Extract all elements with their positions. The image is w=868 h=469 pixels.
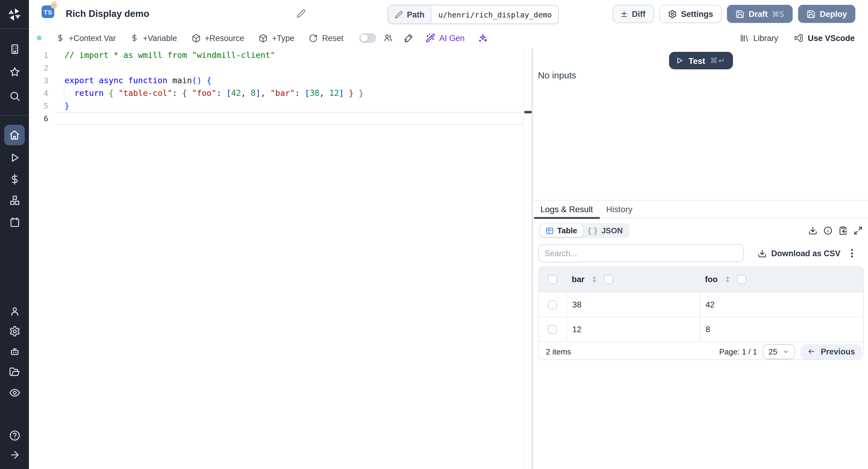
draft-shortcut: ⌘S (772, 9, 784, 19)
code-line[interactable]: 3export async function main() { (29, 74, 523, 87)
column-label-bar: bar (572, 275, 584, 284)
tab-logs-result[interactable]: Logs & Result (534, 201, 599, 218)
sidebar-item-workers[interactable] (0, 344, 29, 359)
download-csv-button[interactable]: Download as CSV (757, 249, 841, 258)
code-line[interactable]: 6 (29, 112, 523, 125)
items-count: 2 items (546, 347, 571, 356)
format-code-button[interactable] (404, 33, 413, 43)
pencil-icon (297, 9, 306, 18)
building-icon (9, 43, 20, 55)
sidebar-divider (0, 115, 29, 116)
robot-icon (9, 346, 20, 357)
windmill-script-editor: TS Rich Display demo Path u/henri/rich_d… (0, 0, 868, 469)
help-circle-icon (9, 430, 20, 441)
column-checkbox-foo[interactable] (737, 275, 746, 284)
edit-title-button[interactable] (297, 9, 306, 18)
download-icon[interactable] (808, 226, 817, 235)
sidebar-item-search[interactable] (0, 89, 29, 103)
maximize-icon[interactable] (854, 226, 863, 235)
code-line[interactable]: 2 (29, 61, 523, 74)
editor-overview-ruler[interactable] (523, 48, 532, 469)
sidebar-collapse-toggle[interactable] (0, 447, 29, 462)
row-checkbox[interactable] (548, 324, 557, 334)
sidebar-item-resources[interactable] (0, 193, 29, 207)
gear-icon (668, 9, 677, 19)
code-text: // import * as wmill from "windmill-clie… (64, 49, 275, 61)
add-resource-button[interactable]: +Resource (191, 33, 244, 42)
search-icon (9, 90, 20, 101)
search-input[interactable] (538, 244, 744, 262)
sidebar (0, 0, 29, 469)
toggle-knob (360, 34, 367, 41)
cell-bar: 12 (566, 317, 700, 341)
sort-icon[interactable] (724, 276, 731, 283)
sidebar-item-audit-logs[interactable] (0, 385, 29, 400)
table-icon (545, 226, 554, 235)
chevron-down-icon (783, 348, 789, 355)
column-header-foo: foo (700, 275, 864, 284)
code-line[interactable]: 4 return { "table-col": { "foo": [42, 8]… (29, 87, 523, 99)
reset-button[interactable]: Reset (309, 33, 344, 42)
code-line[interactable]: 5} (29, 99, 523, 112)
sidebar-item-schedules[interactable] (0, 215, 29, 229)
column-checkbox-bar[interactable] (604, 275, 613, 284)
sort-icon[interactable] (590, 276, 598, 283)
sidebar-item-users[interactable] (0, 304, 29, 318)
page-size-value: 25 (769, 347, 777, 356)
draft-button[interactable]: Draft ⌘S (727, 5, 793, 23)
sidebar-item-workspace[interactable] (0, 41, 29, 56)
diff-button[interactable]: ± Diff (612, 5, 654, 23)
sidebar-item-favorites[interactable] (0, 64, 29, 79)
library-label: Library (753, 33, 778, 42)
settings-button[interactable]: Settings (659, 5, 722, 23)
result-toolbar: Table { } JSON (538, 223, 863, 238)
cell-bar: 38 (566, 292, 700, 316)
path-field[interactable]: Path u/henri/rich_display_demo (388, 5, 559, 24)
play-icon (676, 57, 684, 64)
home-icon (9, 130, 20, 140)
sidebar-item-folders[interactable] (0, 365, 29, 379)
ai-gen-button[interactable]: AI Gen (425, 33, 464, 43)
sidebar-item-help[interactable] (0, 428, 29, 442)
more-options-button[interactable] (849, 247, 855, 260)
add-variable-button[interactable]: +Variable (130, 33, 177, 42)
row-check-cell (538, 317, 566, 341)
add-type-button[interactable]: +Type (259, 33, 294, 42)
column-header-bar: bar (566, 275, 700, 284)
baby-emoji-icon (50, 1, 58, 9)
add-context-var-button[interactable]: +Context Var (56, 33, 116, 42)
save-icon (735, 9, 744, 19)
deploy-button[interactable]: Deploy (798, 5, 855, 23)
view-toggle-json[interactable]: { } JSON (583, 224, 628, 237)
code-line[interactable]: 1// import * as wmill from "windmill-cli… (29, 49, 523, 61)
multiplayer-toggle[interactable] (359, 33, 376, 43)
path-value: u/henri/rich_display_demo (432, 5, 558, 24)
header-check-cell (538, 267, 566, 292)
line-number: 2 (29, 61, 48, 74)
page-size-select[interactable]: 25 (763, 344, 795, 359)
sidebar-item-runs[interactable] (0, 150, 29, 164)
info-icon[interactable] (824, 226, 832, 235)
select-all-checkbox[interactable] (548, 275, 557, 284)
tab-history[interactable]: History (599, 201, 639, 218)
row-check-cell (538, 292, 566, 316)
dollar-sign-icon (9, 173, 20, 185)
code-text: } (64, 99, 69, 112)
play-icon (9, 152, 20, 163)
sidebar-item-home[interactable] (4, 125, 25, 145)
code-editor[interactable]: 1// import * as wmill from "windmill-cli… (29, 48, 523, 469)
use-vscode-button[interactable]: Use VScode (794, 33, 855, 43)
ai-suggestions-button[interactable] (478, 33, 487, 43)
windmill-logo[interactable] (0, 0, 29, 29)
clipboard-copy-icon[interactable] (838, 226, 847, 235)
sidebar-item-settings[interactable] (0, 324, 29, 338)
sidebar-item-variables[interactable] (0, 172, 29, 186)
test-button[interactable]: Test ⌘↵ (669, 52, 733, 69)
library-button[interactable]: Library (739, 33, 778, 43)
row-checkbox[interactable] (548, 300, 557, 309)
gear-icon (9, 325, 20, 337)
view-toggle-table[interactable]: Table (540, 224, 583, 237)
previous-page-button[interactable]: Previous (801, 344, 862, 359)
collaborators-button[interactable] (383, 33, 393, 43)
typescript-badge: TS (41, 5, 54, 18)
